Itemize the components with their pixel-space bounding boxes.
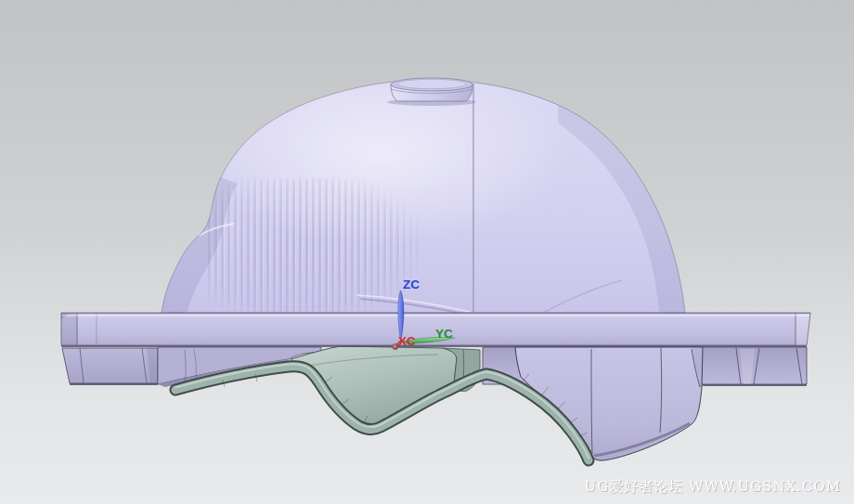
top-boss[interactable] (387, 78, 476, 106)
left-lower-block[interactable] (62, 348, 158, 384)
ribbed-region (206, 178, 421, 317)
zc-axis-label: ZC (403, 278, 420, 291)
cad-viewport[interactable]: ZC YC XC UG爱好者论坛 WWW.UGSNX.COM UG爱好者论坛 W… (0, 0, 854, 504)
boss-cap-face (397, 79, 466, 88)
watermark-text: UG爱好者论坛 WWW.UGSNX.COM (585, 478, 841, 495)
xc-axis-label: XC (398, 334, 416, 348)
origin-ball[interactable] (393, 343, 398, 349)
watermark: UG爱好者论坛 WWW.UGSNX.COM UG爱好者论坛 WWW.UGSNX.… (585, 478, 842, 496)
flange-left-facet (61, 313, 77, 345)
yc-axis-label: YC (435, 327, 453, 341)
graphics-window[interactable]: ZC YC XC UG爱好者论坛 WWW.UGSNX.COM UG爱好者论坛 W… (0, 0, 854, 504)
